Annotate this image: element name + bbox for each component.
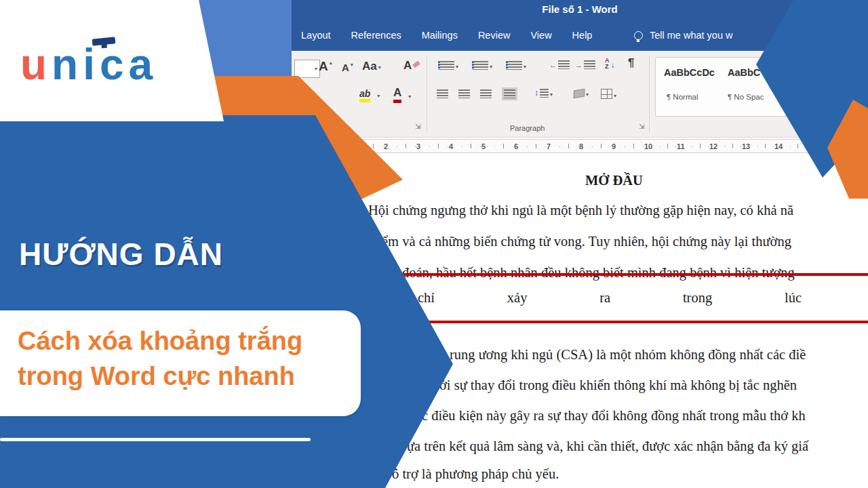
group-separator [427, 56, 427, 132]
document-line[interactable]: Hội chứng ngưng thở khi ngủ là một bệnh … [368, 203, 793, 218]
headline: HƯỚNG DẪN [19, 236, 223, 272]
tab-mailings[interactable]: Mailings [422, 30, 458, 41]
highlight-swatch [359, 99, 370, 102]
bullets-icon [438, 61, 454, 70]
justify-button[interactable] [504, 89, 515, 98]
shrink-font-button[interactable]: A ▾ [342, 62, 353, 73]
paragraph-dialog-launcher-icon[interactable]: ⇲ [639, 123, 644, 130]
borders-grid-icon [601, 89, 612, 99]
spaced-word: chỉ [418, 290, 435, 306]
ruler-unit: 13·· [742, 142, 774, 150]
font-dialog-launcher-icon[interactable]: ⇲ [415, 123, 420, 130]
horizontal-ruler[interactable]: 1·· 2·· 3·· 4·· 5·· 6·· 7·· 8·· 9·· 10··… [292, 139, 868, 153]
numbered-list-button[interactable]: ▾ [472, 61, 492, 70]
align-center-icon [458, 89, 470, 98]
red-strikethrough-line [380, 273, 868, 276]
multilevel-list-button[interactable]: ▾ [506, 61, 526, 70]
tell-me-label: Tell me what you w [650, 30, 733, 41]
caret-down-icon: ▾ [524, 64, 526, 70]
font-size-select[interactable]: ▾ [294, 60, 320, 78]
chevron-down-icon: ▾ [315, 66, 317, 72]
group-separator [649, 56, 650, 132]
bullet-list-button[interactable]: ▾ [438, 61, 458, 70]
word-window: File số 1 - Word Layout References Maili… [292, 0, 868, 488]
clear-formatting-button[interactable]: A [403, 59, 420, 73]
show-marks-button[interactable]: ¶ [628, 56, 634, 70]
window-title: File số 1 - Word [292, 3, 868, 15]
highlight-color-button[interactable]: ab ▾ [359, 88, 380, 99]
lightbulb-icon [634, 31, 643, 40]
tab-references[interactable]: References [351, 30, 401, 41]
spaced-word: xảy [507, 290, 528, 306]
title-bar: File số 1 - Word Layout References Maili… [292, 0, 868, 51]
document-line[interactable]: ểm và cả những biến chứng tử vong. Tuy n… [382, 234, 791, 249]
numbering-icon [472, 61, 488, 70]
paragraph-group-label: Paragraph [510, 124, 545, 132]
grow-font-button[interactable]: A ▴ [319, 59, 332, 74]
document-line[interactable]: ựa trên kết quả lâm sàng và, khi cần thi… [407, 439, 808, 454]
sort-button[interactable]: A Z ↓ [605, 58, 615, 70]
subtitle-line-2: trong Word cực nhanh [18, 362, 295, 391]
spaced-word: trong [683, 290, 712, 306]
caret-down-icon: ▾ [490, 64, 492, 70]
tab-help[interactable]: Help [572, 30, 593, 41]
caret-down-icon: ▾ [378, 64, 381, 70]
align-right-icon [480, 89, 492, 98]
document-heading[interactable]: MỞ ĐẦU [585, 173, 643, 188]
ribbon: ▾ A ▴ A ▾ Aa ▾ A ab ▾ A [292, 51, 868, 138]
tab-view[interactable]: View [530, 30, 551, 41]
ruler-unit: 5·· [481, 142, 514, 150]
unica-logo: unica [20, 39, 157, 89]
subtitle-line-1: Cách xóa khoảng trắng [18, 327, 302, 356]
logo-letter-u: u [20, 40, 52, 89]
caret-down-icon: ▾ [351, 62, 353, 68]
ruler-unit: 10·· [644, 142, 677, 150]
decrease-indent-button[interactable]: ← [549, 60, 570, 69]
eraser-icon [412, 61, 420, 68]
align-right-button[interactable] [480, 89, 492, 98]
increase-indent-button[interactable]: → [575, 60, 595, 69]
document-line[interactable]: rung ương khi ngủ (CSA) là một nhóm khôn… [450, 347, 806, 363]
document-area[interactable]: MỞ ĐẦU Hội chứng ngưng thở khi ngủ là mộ… [292, 154, 868, 488]
caret-down-icon: ▾ [586, 92, 589, 98]
shading-button[interactable]: ▾ [574, 89, 589, 98]
arrow-right-icon: → [575, 61, 583, 69]
caret-down-icon: ▾ [614, 93, 616, 99]
change-case-button[interactable]: Aa ▾ [362, 60, 381, 73]
ruler-unit: 9·· [612, 142, 644, 150]
caret-up-icon: ▴ [330, 60, 332, 66]
style-normal-name[interactable]: ¶ Normal [667, 93, 698, 101]
document-line[interactable]: c điều kiện này gây ra sự thay đổi không… [422, 408, 806, 424]
align-center-button[interactable] [458, 89, 470, 98]
caret-down-icon: ▾ [456, 64, 458, 70]
logo-letters-ca: ca [100, 40, 157, 89]
borders-button[interactable]: ▾ [601, 89, 616, 99]
align-left-icon [437, 89, 448, 98]
paint-bucket-icon [574, 89, 585, 99]
justify-icon [504, 89, 515, 98]
align-left-button[interactable] [437, 89, 448, 98]
ruler-unit: 14·· [774, 142, 807, 150]
style-normal-preview[interactable]: AaBbCcDc [664, 67, 715, 78]
tab-layout[interactable]: Layout [301, 30, 331, 41]
document-line[interactable]: ỗ trợ là phương pháp chủ yếu. [392, 466, 559, 482]
ruler-unit: 12·· [709, 142, 742, 150]
style-nospacing-name[interactable]: ¶ No Spac [728, 93, 764, 101]
tell-me-search[interactable]: Tell me what you w [634, 30, 733, 41]
spaced-word: ra [599, 290, 610, 306]
pilcrow-icon: ¶ [628, 56, 634, 70]
spaced-words-line[interactable]: chỉxảyratronglúc [418, 290, 802, 306]
font-color-button[interactable]: A ▾ [393, 86, 411, 100]
spaced-word: lúc [785, 290, 802, 306]
arrow-up-down-icon: ↕ [534, 88, 538, 98]
tab-review[interactable]: Review [478, 30, 511, 41]
style-nospacing-preview[interactable]: AaBbC [728, 67, 760, 78]
ruler-unit: 11·· [677, 142, 709, 150]
ruler-unit: 1·· [351, 142, 384, 150]
ruler-unit: 3·· [416, 142, 449, 150]
arrow-left-icon: ← [549, 61, 557, 69]
logo-letter-i: i [83, 40, 100, 89]
document-line[interactable]: ởi sự thay đổi trong điều khiển thông kh… [439, 378, 797, 393]
line-spacing-button[interactable]: ↕ ▾ [534, 88, 553, 98]
ruler-unit: 8·· [579, 142, 612, 150]
